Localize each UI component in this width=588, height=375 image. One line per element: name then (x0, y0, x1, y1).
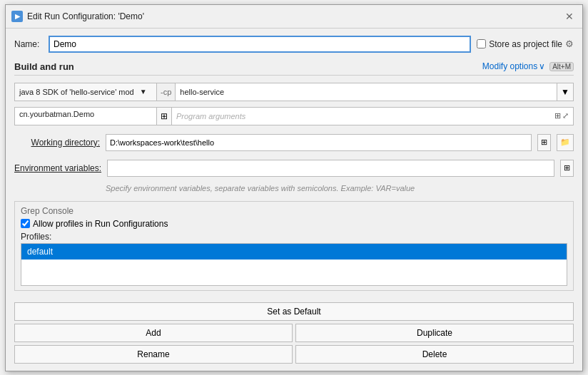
profile-item-default[interactable]: default (21, 244, 567, 260)
dialog: ▶ Edit Run Configuration: 'Demo' ✕ Name:… (5, 4, 583, 371)
wd-file-icon: ⊞ (541, 138, 547, 147)
cp-tag: -cp (157, 83, 176, 101)
env-vars-row: Environment variables: ⊞ (14, 160, 574, 177)
env-vars-label: Environment variables: (14, 163, 101, 173)
cp-chevron: ▼ (561, 87, 569, 97)
profiles-list: default (21, 243, 567, 286)
set-as-default-button[interactable]: Set as Default (14, 302, 574, 321)
titlebar-left: ▶ Edit Run Configuration: 'Demo' (11, 11, 144, 22)
wd-folder-icon: 📁 (560, 138, 570, 147)
env-vars-browse-icon: ⊞ (564, 163, 570, 173)
name-input[interactable] (49, 36, 471, 53)
prog-args-browse-icon[interactable]: ⊞ (554, 111, 561, 120)
cp-dropdown[interactable]: ▼ (557, 83, 573, 101)
profiles-label: Profiles: (21, 232, 567, 242)
working-directory-browse-button[interactable]: 📁 (557, 134, 574, 151)
prog-args-expand-icon[interactable]: ⤢ (562, 111, 569, 120)
program-arguments-placeholder: Program arguments (176, 112, 245, 120)
main-class-browse-button[interactable]: ⊞ (157, 107, 172, 125)
modify-options-button[interactable]: Modify options ∨ Alt+M (482, 61, 574, 71)
name-label: Name: (14, 39, 43, 49)
cp-value: hello-service (176, 86, 228, 98)
env-vars-input[interactable] (107, 160, 554, 177)
rename-button[interactable]: Rename (14, 345, 293, 364)
allow-profiles-label: Allow profiles in Run Configurations (33, 219, 168, 229)
profile-empty-area (21, 260, 567, 285)
env-vars-browse-button[interactable]: ⊞ (560, 160, 574, 177)
working-directory-row: Working directory: ⊞ 📁 (14, 134, 574, 151)
store-as-project-checkbox[interactable] (477, 39, 486, 48)
titlebar: ▶ Edit Run Configuration: 'Demo' ✕ (6, 5, 582, 29)
rename-delete-row: Rename Delete (14, 345, 574, 364)
main-class-browse-icon: ⊞ (161, 111, 168, 121)
grep-console-title: Grep Console (21, 206, 567, 216)
main-class-row: cn.yourbatman.Demo ⊞ Program arguments ⊞… (14, 107, 574, 125)
sdk-chevron: ▼ (140, 88, 147, 96)
close-button[interactable]: ✕ (562, 9, 577, 24)
program-arguments-field[interactable]: Program arguments ⊞ ⤢ (172, 107, 574, 125)
working-directory-input[interactable] (106, 134, 532, 151)
add-duplicate-row: Add Duplicate (14, 324, 574, 342)
program-arguments-buttons[interactable]: ⊞ ⤢ (554, 111, 569, 120)
env-vars-hint: Specify environment variables, separate … (106, 184, 574, 192)
sdk-dropdown[interactable]: java 8 SDK of 'hello-service' mod ▼ (14, 83, 157, 101)
name-section: Name: Store as project file ⚙ (14, 36, 574, 53)
gear-icon[interactable]: ⚙ (565, 38, 574, 49)
cp-input-wrapper: -cp hello-service ▼ (157, 83, 574, 101)
sdk-label: java 8 SDK of 'hello-service' mod (19, 88, 134, 96)
store-as-project-label: Store as project file (489, 39, 562, 49)
sdk-row: java 8 SDK of 'hello-service' mod ▼ -cp … (14, 83, 574, 101)
duplicate-button[interactable]: Duplicate (295, 324, 574, 342)
working-directory-file-button[interactable]: ⊞ (537, 134, 551, 151)
modify-options-label: Modify options (482, 61, 537, 71)
grep-console-section: Grep Console Allow profiles in Run Confi… (14, 201, 574, 291)
main-class-input[interactable]: cn.yourbatman.Demo (14, 107, 157, 125)
build-run-title: Build and run (14, 61, 74, 72)
store-row: Store as project file ⚙ (477, 38, 574, 49)
modify-options-arrow: ∨ (539, 61, 545, 71)
bottom-buttons: Set as Default Add Duplicate Rename Dele… (6, 298, 582, 371)
allow-profiles-checkbox[interactable] (21, 219, 30, 228)
dialog-body: Name: Store as project file ⚙ Build and … (6, 29, 582, 298)
dialog-title: Edit Run Configuration: 'Demo' (27, 11, 144, 21)
build-run-section-header: Build and run Modify options ∨ Alt+M (14, 61, 574, 76)
working-directory-label: Working directory: (14, 138, 100, 148)
shortcut-badge: Alt+M (549, 62, 574, 71)
delete-button[interactable]: Delete (295, 345, 574, 364)
run-icon: ▶ (11, 11, 23, 22)
add-button[interactable]: Add (14, 324, 293, 342)
allow-profiles-row: Allow profiles in Run Configurations (21, 219, 567, 229)
